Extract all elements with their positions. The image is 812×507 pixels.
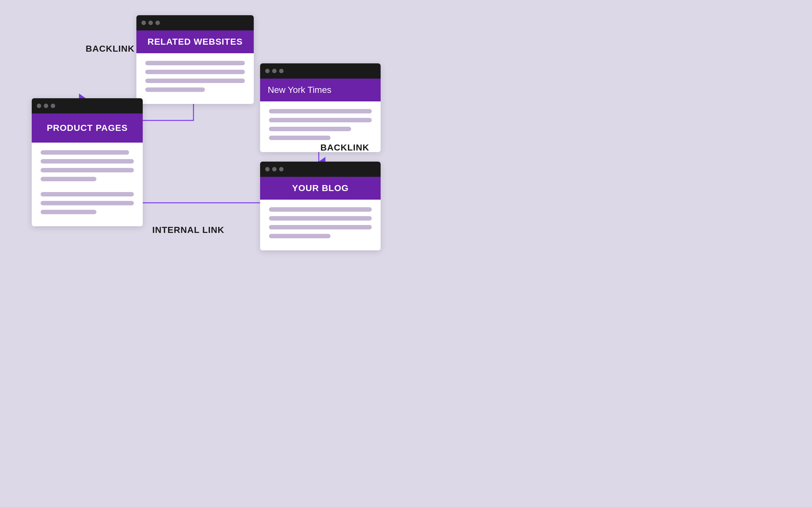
- backlink-right-label: BACKLINK: [320, 143, 369, 153]
- content-line: [269, 216, 372, 221]
- content-line: [269, 225, 372, 229]
- window-content-2: [32, 189, 143, 226]
- internal-link-label: INTERNAL LINK: [152, 225, 224, 235]
- content-line: [41, 168, 134, 172]
- window-content: [136, 53, 254, 104]
- content-line: [269, 109, 372, 113]
- dot1: [265, 167, 270, 171]
- new-york-times-window: New York Times: [260, 63, 380, 152]
- content-line: [145, 78, 245, 83]
- window-title: YOUR BLOG: [292, 183, 349, 193]
- window-content: [260, 200, 380, 250]
- content-line: [41, 177, 96, 181]
- dot3: [51, 104, 55, 108]
- window-title: New York Times: [268, 85, 332, 95]
- content-line: [145, 88, 205, 92]
- backlink-top-label: BACKLINK: [86, 44, 135, 54]
- window-header: PRODUCT PAGES: [32, 113, 143, 143]
- window-content: [32, 143, 143, 189]
- window-title: RELATED WEBSITES: [148, 37, 243, 47]
- window-title: PRODUCT PAGES: [47, 123, 128, 133]
- window-header: New York Times: [260, 78, 380, 101]
- window-header: RELATED WEBSITES: [136, 31, 254, 53]
- dot1: [37, 104, 41, 108]
- content-line: [41, 150, 129, 155]
- dot3: [279, 69, 284, 73]
- content-line: [41, 192, 134, 196]
- dot2: [148, 20, 153, 25]
- content-line: [41, 201, 134, 205]
- titlebar: [136, 15, 254, 31]
- dot1: [265, 69, 270, 73]
- content-line: [145, 61, 245, 65]
- content-line: [269, 234, 331, 238]
- related-websites-window: RELATED WEBSITES: [136, 15, 254, 104]
- content-line: [269, 207, 372, 212]
- content-line: [269, 135, 331, 140]
- dot3: [279, 167, 284, 171]
- titlebar: [260, 162, 380, 177]
- titlebar: [260, 63, 380, 78]
- content-line: [269, 127, 351, 131]
- content-line: [41, 210, 96, 214]
- window-header: YOUR BLOG: [260, 177, 380, 200]
- your-blog-window: YOUR BLOG: [260, 162, 380, 250]
- content-line: [269, 118, 372, 122]
- titlebar: [32, 98, 143, 113]
- product-pages-window: PRODUCT PAGES: [32, 98, 143, 226]
- content-line: [41, 159, 134, 164]
- dot2: [272, 167, 276, 171]
- dot1: [142, 20, 146, 25]
- dot2: [44, 104, 48, 108]
- dot3: [155, 20, 160, 25]
- dot2: [272, 69, 276, 73]
- content-line: [145, 70, 245, 74]
